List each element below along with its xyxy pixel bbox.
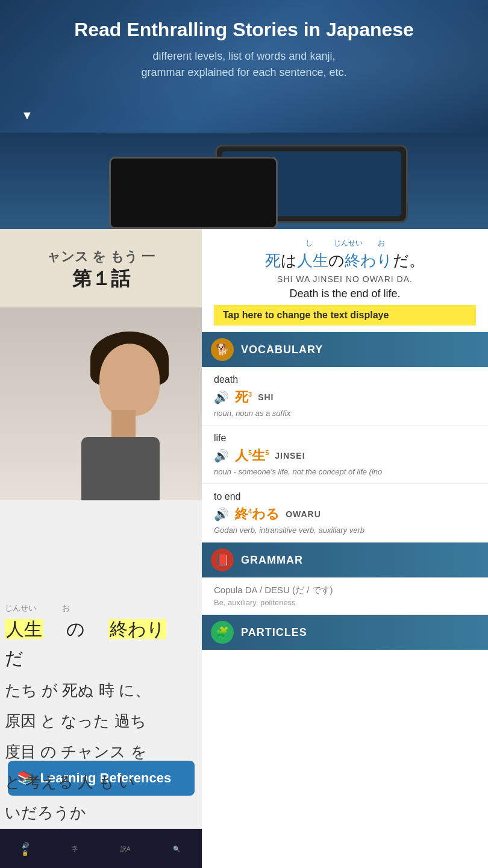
- lock-icon: 🔒: [22, 850, 28, 856]
- jp-translation: Death is the end of life.: [214, 288, 476, 300]
- furigana-jinsei: じんせい: [5, 603, 36, 614]
- vocabulary-title: Vocabulary: [241, 344, 323, 356]
- jp-line-2: 原因 と なった 過ち: [5, 707, 197, 735]
- sound-button[interactable]: 🔊 🔒: [22, 841, 29, 856]
- vocab-item-toend: to end 🔊 終4わる OWARU Godan verb, intransi…: [202, 484, 488, 542]
- vocab-romaji-death: SHI: [258, 392, 274, 402]
- vocabulary-icon: 🐕: [211, 338, 234, 361]
- translate-button[interactable]: 訳A: [120, 844, 131, 854]
- sound-toend-button[interactable]: 🔊: [214, 507, 229, 521]
- particles-title: Particles: [241, 626, 307, 639]
- episode-label: 第１話: [72, 266, 130, 292]
- particles-icon: 🧩: [211, 621, 234, 644]
- vocab-jp-row-death: 🔊 死3 SHI: [214, 388, 476, 406]
- body: [81, 437, 160, 500]
- ruby-line: じんせい お: [5, 603, 197, 614]
- vocab-english-toend: to end: [214, 491, 476, 502]
- hero-section: Read Enthralling Stories in Japanese dif…: [0, 0, 488, 133]
- furigana-o: お: [62, 603, 70, 614]
- vocab-english-life: life: [214, 433, 476, 444]
- jp-sentence-area: し じんせい お 死は人生の終わりだ。 SHI WA JINSEI NO OWA…: [202, 229, 488, 332]
- hl-jinsei: 人生: [5, 619, 43, 639]
- search-icon: 🔍: [173, 846, 180, 852]
- left-panel: ャンス を もう 一 第１話 📚 Learning References じんせ…: [0, 229, 202, 868]
- vocab-type-life: noun - someone's life, not the concept o…: [214, 467, 476, 476]
- vocab-kanji-life: 人5生5: [235, 447, 269, 465]
- furigana-o-r: お: [378, 238, 385, 248]
- sound-icon: 🔊: [22, 842, 29, 849]
- character-button[interactable]: 字: [72, 844, 78, 854]
- face: [99, 344, 160, 416]
- vocab-type-death: noun, noun as a suffix: [214, 409, 476, 418]
- grammar-section-header: 📕 Grammar: [202, 542, 488, 577]
- vocab-kanji-toend: 終4わる: [235, 505, 280, 523]
- particles-section-header: 🧩 Particles: [202, 615, 488, 650]
- person-image: [63, 319, 184, 500]
- devices-area: [0, 133, 488, 229]
- furigana-shi: し: [305, 238, 313, 248]
- vocab-romaji-life: JINSEI: [275, 451, 305, 461]
- kanji-shi: 死: [265, 251, 281, 269]
- grammar-icon: 📕: [211, 549, 234, 571]
- vocab-jp-row-toend: 🔊 終4わる OWARU: [214, 505, 476, 523]
- tablet-front: [109, 157, 278, 229]
- translate-icon: 訳A: [120, 845, 131, 854]
- grammar-item-subtitle: Be, auxiliary, politeness: [214, 598, 476, 607]
- sound-life-button[interactable]: 🔊: [214, 448, 229, 463]
- search-button[interactable]: 🔍: [173, 844, 180, 852]
- highlighted-japanese-line: 人生 の 終わり だ: [5, 615, 197, 673]
- grammar-title: Grammar: [241, 554, 303, 567]
- story-header: ャンス を もう 一 第１話: [0, 229, 202, 307]
- right-panel: し じんせい お 死は人生の終わりだ。 SHI WA JINSEI NO OWA…: [202, 229, 488, 868]
- split-container: ャンス を もう 一 第１話 📚 Learning References じんせ…: [0, 229, 488, 868]
- left-text-area: じんせい お 人生 の 終わり だ たち が 死ぬ 時 に、 原因 と なった …: [0, 597, 202, 868]
- vocab-kanji-death: 死3: [235, 388, 252, 406]
- vocab-english-death: death: [214, 374, 476, 385]
- grammar-item-da: Copula DA / DESU (だ / です) Be, auxiliary,…: [202, 577, 488, 615]
- kanji-owari: 終わり: [345, 251, 393, 269]
- jp-line-4: と 考える 人 も い: [5, 768, 197, 796]
- neck: [111, 410, 136, 440]
- vocabulary-section-header: 🐕 Vocabulary: [202, 332, 488, 367]
- char-icon: 字: [72, 845, 78, 854]
- jp-line-5: いだろうか: [5, 799, 197, 827]
- furigana-row: し じんせい お: [214, 238, 476, 248]
- jp-line-1: たち が 死ぬ 時 に、: [5, 676, 197, 705]
- grammar-item-title: Copula DA / DESU (だ / です): [214, 585, 476, 596]
- bottom-toolbar: 🔊 🔒 字 訳A 🔍: [0, 829, 202, 868]
- vocab-item-life: life 🔊 人5生5 JINSEI noun - someone's life…: [202, 426, 488, 484]
- hl-owari: 終わり: [108, 619, 166, 639]
- jp-romanji: SHI WA JINSEI NO OWARI DA.: [214, 274, 476, 284]
- vocab-item-death: death 🔊 死3 SHI noun, noun as a suffix: [202, 367, 488, 426]
- yellow-banner[interactable]: Tap here to change the text displaye: [214, 305, 476, 326]
- story-subtitle: ャンス を もう 一: [47, 248, 154, 266]
- sound-death-button[interactable]: 🔊: [214, 390, 229, 404]
- kanji-jinsei: 人生: [297, 251, 328, 269]
- vocab-jp-row-life: 🔊 人5生5 JINSEI: [214, 447, 476, 465]
- dropdown-arrow-icon[interactable]: ▼: [21, 108, 33, 122]
- hero-subtitle: different levels, list of words and kanj…: [12, 48, 476, 81]
- vocab-type-toend: Godan verb, intransitive verb, auxiliary…: [214, 526, 476, 535]
- jp-main-text: 死は人生の終わりだ。: [214, 250, 476, 271]
- hero-title: Read Enthralling Stories in Japanese: [12, 18, 476, 41]
- vocab-romaji-toend: OWARU: [286, 509, 321, 519]
- jp-line-3: 度目 の チャンス を: [5, 738, 197, 766]
- story-photo: [0, 307, 202, 500]
- furigana-jinsei-r: じんせい: [334, 238, 363, 248]
